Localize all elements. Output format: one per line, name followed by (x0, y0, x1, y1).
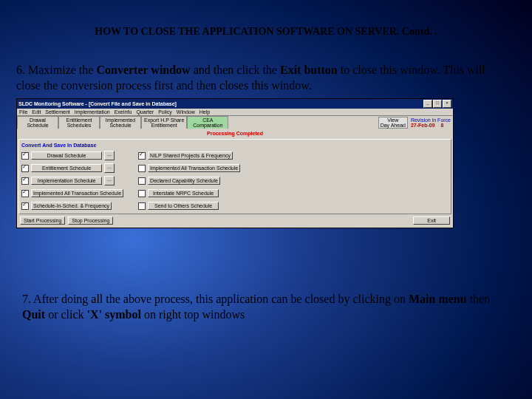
start-processing-button[interactable]: Start Processing (20, 216, 65, 225)
tab-export[interactable]: Export H.P ShareEntitlement (141, 116, 187, 129)
chk-nilp[interactable] (138, 152, 146, 160)
menu-edit[interactable]: Edit (32, 109, 41, 115)
revision-label: Revision in Force (411, 117, 451, 123)
bottom-buttons: Start Processing Stop Processing Exit (20, 216, 450, 225)
processing-status: Processing Completed (17, 129, 453, 137)
chk-declared[interactable] (138, 177, 146, 185)
field-entitlement[interactable]: Entitlement Schedule (31, 164, 102, 172)
field-interstate[interactable]: Interstate NRPC Schedule (148, 189, 219, 197)
chk-impl2[interactable] (138, 165, 146, 172)
field-impl-all[interactable]: Implemented All Transaction Schedule (31, 189, 123, 197)
dots-button[interactable]: ... (104, 176, 115, 185)
dots-button[interactable]: ... (104, 163, 115, 173)
converter-window: SLDC Monitoring Software - [Convert File… (16, 98, 454, 228)
tab-drawal[interactable]: DrawalSchedule (17, 116, 58, 129)
left-column: Drawal Schedule... Entitlement Schedule.… (21, 150, 123, 211)
field-impl2[interactable]: Implemented All Transaction Schedule (148, 164, 240, 172)
chk-entitlement[interactable] (21, 165, 29, 172)
menu-settlement[interactable]: Settlement (45, 109, 69, 115)
menu-quarter[interactable]: Quarter (136, 109, 154, 115)
field-declared[interactable]: Declared Capability Schedule (148, 177, 220, 185)
field-impl[interactable]: Implementation Schedule (31, 177, 102, 185)
right-column: NILP Shared Projects & Frequency Impleme… (138, 150, 240, 211)
convert-panel: Convert And Save In Database Drawal Sche… (18, 139, 451, 214)
revision-number: 8 (440, 123, 443, 128)
dots-button[interactable]: ... (104, 151, 115, 160)
field-sched[interactable]: Schedule-In-Sched. & Frequency (31, 202, 112, 210)
step6-text: 6. Maximize the Converter window and the… (16, 63, 510, 94)
menubar: File Edit Settlement Implementation ExeI… (17, 109, 453, 116)
revision-block: Revision in Force 27-Feb-09 8 (411, 117, 451, 128)
revision-date: 27-Feb-09 (411, 123, 435, 128)
field-drawal[interactable]: Drawal Schedule (31, 151, 102, 160)
menu-implementation[interactable]: Implementation (75, 109, 110, 115)
chk-impl-all[interactable] (21, 190, 29, 197)
field-nilp[interactable]: NILP Shared Projects & Frequency (148, 151, 233, 160)
chk-send[interactable] (138, 202, 146, 210)
menu-help[interactable]: Help (200, 109, 210, 115)
menu-window[interactable]: Window (177, 109, 195, 115)
slide-title: HOW TO CLOSE THE APPLICATION SOFTWARE ON… (0, 26, 532, 38)
tab-row: DrawalSchedule EntitlementSchedules Impl… (17, 116, 228, 129)
titlebar: SLDC Monitoring Software - [Convert File… (17, 99, 453, 109)
exit-button[interactable]: Exit (413, 216, 450, 225)
panel-header: Convert And Save In Database (21, 142, 449, 150)
status-panel: ViewDay Ahead Revision in Force 27-Feb-0… (376, 116, 453, 129)
tab-entitlement[interactable]: EntitlementSchedules (58, 116, 100, 129)
chk-interstate[interactable] (138, 190, 146, 197)
minimize-button[interactable]: _ (423, 100, 432, 108)
view-day-ahead-button[interactable]: ViewDay Ahead (378, 117, 408, 129)
chk-drawal[interactable] (21, 152, 29, 160)
menu-exeinfo[interactable]: ExeInfo (115, 109, 132, 115)
chk-impl[interactable] (21, 177, 29, 185)
tab-implemented[interactable]: ImplementedSchedule (100, 116, 141, 129)
close-button[interactable]: × (443, 100, 451, 108)
maximize-button[interactable]: □ (433, 100, 442, 108)
window-title: SLDC Monitoring Software - [Convert File… (18, 101, 177, 106)
field-send[interactable]: Send to Others Schedule (148, 202, 219, 210)
stop-processing-button[interactable]: Stop Processing (68, 216, 113, 225)
menu-file[interactable]: File (19, 109, 27, 115)
menu-policy[interactable]: Policy (158, 109, 172, 115)
step7-text: 7. After doing all the above process, th… (22, 292, 510, 323)
chk-sched[interactable] (21, 202, 29, 210)
tab-cea[interactable]: CEAComparation (187, 116, 228, 129)
